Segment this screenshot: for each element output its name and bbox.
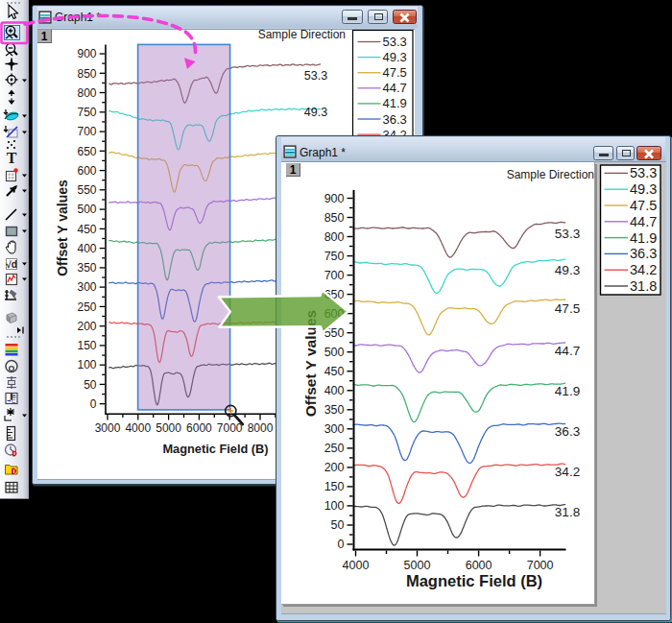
svg-text:6000: 6000: [186, 421, 212, 435]
svg-text:34.2: 34.2: [630, 262, 657, 277]
svg-text:50: 50: [331, 518, 345, 532]
svg-text:700: 700: [324, 269, 345, 282]
svg-text:750: 750: [324, 250, 345, 263]
svg-text:41.9: 41.9: [383, 96, 407, 110]
svg-text:250: 250: [77, 300, 96, 314]
svg-text:600: 600: [324, 307, 345, 321]
svg-text:550: 550: [77, 183, 96, 197]
svg-text:900: 900: [324, 192, 345, 205]
svg-text:41.9: 41.9: [555, 384, 580, 398]
svg-text:34.2: 34.2: [555, 465, 580, 479]
svg-text:500: 500: [77, 203, 96, 216]
svg-text:Magnetic Field (B): Magnetic Field (B): [162, 442, 268, 456]
svg-text:0: 0: [338, 538, 345, 551]
svg-text:49.3: 49.3: [383, 50, 407, 64]
svg-text:700: 700: [77, 125, 96, 138]
svg-text:750: 750: [77, 106, 96, 119]
svg-text:Sample Direction: Sample Direction: [258, 30, 346, 41]
svg-text:47.5: 47.5: [630, 198, 657, 213]
svg-text:Magnetic Field (B): Magnetic Field (B): [406, 572, 542, 589]
svg-text:47.5: 47.5: [383, 65, 407, 80]
svg-text:200: 200: [324, 461, 345, 474]
svg-text:C: C: [12, 398, 16, 404]
svg-text:6000: 6000: [466, 559, 492, 572]
svg-text:Offset Y values: Offset Y values: [302, 310, 319, 417]
svg-text:7000: 7000: [217, 421, 243, 435]
svg-text:44.7: 44.7: [555, 344, 580, 358]
svg-text:650: 650: [77, 145, 96, 158]
svg-text:36.3: 36.3: [383, 112, 407, 127]
svg-text:5000: 5000: [404, 559, 431, 572]
svg-text:300: 300: [77, 280, 96, 294]
svg-text:7000: 7000: [527, 559, 554, 572]
svg-text:800: 800: [77, 86, 96, 100]
svg-text:150: 150: [77, 339, 96, 352]
svg-text:50: 50: [84, 378, 97, 392]
svg-text:100: 100: [77, 358, 96, 371]
svg-text:8000: 8000: [248, 421, 274, 435]
svg-text:500: 500: [324, 346, 345, 359]
svg-text:Sample Direction: Sample Direction: [507, 168, 594, 181]
svg-text:200: 200: [77, 320, 96, 333]
svg-text:49.3: 49.3: [304, 106, 327, 119]
svg-text:100: 100: [324, 499, 345, 513]
svg-text:53.3: 53.3: [555, 227, 580, 241]
svg-text:250: 250: [324, 442, 345, 455]
svg-text:44.7: 44.7: [383, 81, 407, 95]
svg-text:3000: 3000: [95, 421, 121, 435]
svg-text:850: 850: [77, 67, 96, 81]
svg-text:450: 450: [77, 223, 96, 236]
svg-text:800: 800: [324, 230, 345, 244]
svg-text:600: 600: [77, 164, 96, 178]
svg-text:4000: 4000: [343, 559, 370, 572]
svg-text:49.3: 49.3: [630, 181, 657, 197]
svg-text:44.7: 44.7: [630, 214, 657, 229]
svg-text:350: 350: [77, 261, 96, 275]
svg-text:53.3: 53.3: [304, 69, 327, 83]
svg-text:31.8: 31.8: [630, 278, 657, 294]
svg-text:36.3: 36.3: [630, 246, 657, 261]
svg-text:350: 350: [324, 403, 345, 417]
svg-text:41.9: 41.9: [630, 230, 657, 246]
svg-text:400: 400: [77, 242, 96, 255]
svg-text:450: 450: [324, 365, 345, 378]
svg-text:150: 150: [324, 480, 345, 493]
svg-text:5000: 5000: [156, 421, 181, 435]
svg-text:47.5: 47.5: [555, 301, 580, 316]
svg-text:4000: 4000: [125, 421, 151, 435]
svg-text:31.8: 31.8: [555, 505, 580, 519]
svg-text:400: 400: [324, 384, 345, 397]
svg-text:650: 650: [324, 288, 345, 301]
svg-text:53.3: 53.3: [630, 165, 657, 180]
svg-text:√d: √d: [6, 259, 17, 270]
svg-text:49.3: 49.3: [555, 263, 580, 277]
svg-text:T: T: [7, 150, 17, 166]
svg-text:900: 900: [77, 47, 96, 60]
svg-text:300: 300: [324, 422, 345, 436]
svg-text:850: 850: [324, 211, 345, 225]
svg-text:Offset Y values: Offset Y values: [55, 180, 70, 276]
svg-text:0: 0: [90, 397, 97, 411]
svg-text:550: 550: [324, 326, 345, 340]
svg-text:36.3: 36.3: [555, 424, 580, 439]
svg-text:53.3: 53.3: [383, 35, 407, 49]
